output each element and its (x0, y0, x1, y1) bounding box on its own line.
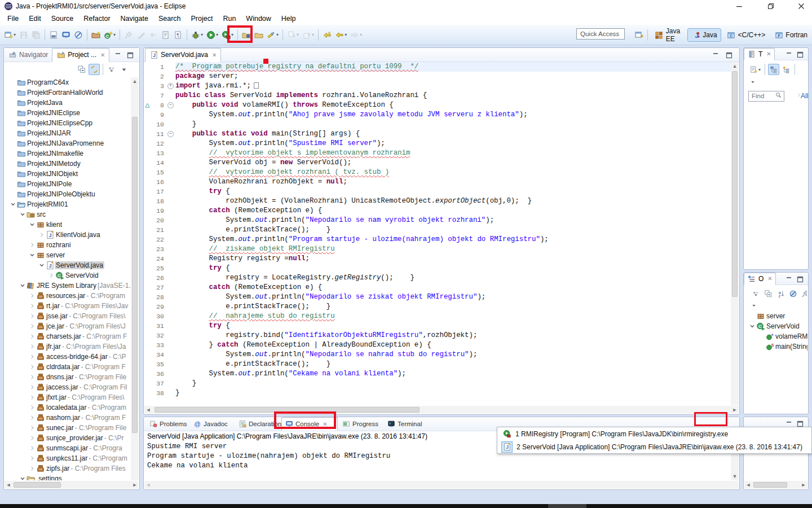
dots-button[interactable] (750, 287, 761, 300)
code-line[interactable]: 2package server; (144, 72, 731, 81)
chevron-right-icon[interactable] (28, 434, 36, 442)
chevron-right-icon[interactable] (28, 241, 36, 249)
code-line[interactable]: 20 System.out.println("Nepodarilo se nam… (144, 216, 731, 225)
menu-navigate[interactable]: Navigate (116, 13, 153, 24)
arrowstar-button[interactable] (321, 28, 333, 42)
chevron-down-icon[interactable] (19, 475, 27, 480)
tab-templates[interactable]: T✕ (744, 48, 775, 60)
tab-javadoc[interactable]: @Javadoc (190, 417, 234, 431)
code-line[interactable]: 13 // vytvorime objekt s implementovanym… (144, 148, 731, 158)
close-icon[interactable]: ✕ (767, 275, 772, 282)
code-line[interactable]: 33 } catch (RemoteException | AlreadyBou… (144, 340, 731, 350)
expand-icon[interactable]: + (167, 83, 174, 89)
find-input[interactable]: Find (748, 91, 784, 102)
code-line[interactable]: 35 e.printStackTrace(); } (144, 360, 731, 369)
chevron-down-icon[interactable] (748, 322, 756, 330)
chevron-right-icon[interactable] (47, 271, 55, 279)
fold-marker[interactable]: − (167, 100, 175, 110)
tree-item[interactable]: 010sunpkcs11.jar - C:\Program (5, 453, 131, 463)
tree-item[interactable]: 010rt.jar - C:\Program Files\Jav (5, 301, 131, 311)
code-line[interactable]: 7public class ServerVoid implements rozh… (144, 91, 731, 100)
chevron-right-icon[interactable] (28, 383, 36, 391)
perspective-java[interactable]: JJava (687, 28, 721, 42)
tree-item[interactable]: 010localedata.jar - C:\Program (5, 402, 131, 413)
tree-item[interactable]: JServerVoid.java (5, 260, 131, 270)
tree-item[interactable]: 010jce.jar - C:\Program Files\J (5, 321, 131, 331)
dropdown-arrow-icon[interactable]: ▾ (201, 32, 203, 37)
tree-item[interactable]: ProjektJNIPole (5, 179, 131, 189)
treeic2-button[interactable] (780, 63, 792, 76)
code-line[interactable]: 34 System.out.println("Nepodarilo se nah… (144, 350, 731, 360)
doc1-button[interactable] (160, 28, 171, 42)
tab-declaration[interactable]: Declaration (235, 417, 280, 431)
tree-item[interactable]: ProjektJNIMetody (5, 159, 131, 169)
chevron-right-icon[interactable] (28, 424, 36, 432)
tree-item[interactable]: server (5, 250, 131, 260)
tree-item[interactable]: JKlientVoid.java (5, 230, 131, 240)
tree-item[interactable]: 010nashorn.jar - C:\Program F (5, 413, 131, 423)
editor-minimize-button[interactable] (711, 51, 720, 60)
linkic-button[interactable] (89, 64, 100, 75)
tree-item[interactable]: .settings (5, 474, 131, 480)
editor-vertical-scrollbar[interactable]: ▲ (731, 62, 739, 405)
docT-button[interactable]: ¶ (173, 28, 184, 42)
close-icon[interactable]: ✕ (766, 51, 771, 57)
dropdown-arrow-icon[interactable]: ▾ (297, 32, 299, 37)
chevron-right-icon[interactable] (28, 353, 36, 361)
tree-item[interactable]: 010dnsns.jar - C:\Program File (5, 372, 131, 382)
tree-item[interactable]: ProgramC64x (5, 77, 131, 87)
code-line[interactable]: 26 registry = LocateRegistry.getRegistry… (144, 273, 731, 283)
code-line[interactable]: 21 e.printStackTrace(); } (144, 225, 731, 235)
chevron-right-icon[interactable] (28, 312, 36, 320)
tab-project-explorer[interactable]: Project ...✕ (52, 48, 109, 62)
collapseall-button[interactable] (762, 287, 774, 300)
code-line[interactable]: 37 } (144, 379, 731, 388)
dropdown-arrow-icon[interactable]: ▾ (312, 32, 314, 37)
tree-item[interactable]: 010jfxrt.jar - C:\Program Files\ (5, 392, 131, 402)
tree-item[interactable]: 010sunjce_provider.jar - C:\Pr (5, 433, 131, 443)
tree-item[interactable]: ProjektJNIJavaPromenne (5, 138, 131, 148)
nocircle-button[interactable] (787, 287, 798, 300)
view-menu-icon[interactable] (748, 77, 757, 87)
close-icon[interactable]: ✕ (212, 52, 217, 58)
tree-item[interactable]: ProjektJNIEclipse (5, 108, 131, 118)
dots-button[interactable] (106, 63, 117, 76)
tree-item[interactable]: ProjektJNIJAR (5, 128, 131, 138)
newwin-button[interactable]: ▾ (3, 28, 17, 42)
window-close-button[interactable] (793, 1, 810, 11)
window-minimize-button[interactable] (731, 1, 748, 11)
tree-item[interactable]: rozhrani (5, 240, 131, 250)
tree-item[interactable]: ProjektJNIObjekt (5, 169, 131, 179)
code-line[interactable]: 17 try { (144, 187, 731, 196)
dropdown-arrow-icon[interactable]: ▾ (113, 32, 116, 37)
tree-item[interactable]: src (5, 209, 131, 220)
chevron-right-icon[interactable] (28, 363, 36, 371)
open-perspective-button[interactable] (633, 28, 645, 42)
chevron-right-icon[interactable] (28, 373, 36, 381)
njproj-button[interactable] (90, 28, 102, 42)
dropdown-arrow-icon[interactable]: ▾ (276, 32, 279, 37)
code-line[interactable]: 24 Registry registry =null; (144, 254, 731, 264)
menu-edit[interactable]: Edit (24, 13, 46, 24)
console-menu-item[interactable]: 1 RMIRegistry [Program] C:\Program Files… (497, 427, 811, 440)
tree-item[interactable]: 010sunmscapi.jar - C:\Progra (5, 443, 131, 453)
quick-access-input[interactable]: Quick Access (576, 28, 625, 40)
window-restore-button[interactable] (762, 1, 779, 11)
tab-outline[interactable]: O✕ (744, 273, 776, 285)
code-line[interactable]: 30 // nahrajeme stub do registru (144, 312, 731, 321)
code-line[interactable]: 28 System.out.println("Nepodarilo se zis… (144, 292, 731, 302)
tree-item[interactable]: 010charsets.jar - C:\Program F (5, 331, 131, 341)
chevron-right-icon[interactable] (28, 414, 36, 422)
folded-region-icon[interactable] (254, 82, 259, 89)
console-output[interactable]: Spustime RMI serverProgram startuje - ul… (147, 442, 390, 471)
console-menu-item[interactable]: J2 ServerVoid [Java Application] C:\Prog… (497, 440, 811, 453)
chevron-right-icon[interactable] (38, 231, 46, 239)
run-button[interactable]: ▾ (205, 28, 219, 42)
skipbp-button[interactable] (73, 28, 84, 42)
newtpl-button[interactable]: ▾ (748, 63, 762, 76)
code-line[interactable]: 3+import java.rmi.*; (144, 81, 731, 91)
arrowl-button[interactable]: ▾ (334, 28, 348, 42)
tree-item[interactable]: 010jaccess.jar - C:\Program Fil (5, 382, 131, 392)
treeic-button[interactable] (768, 64, 779, 75)
code-line[interactable]: 18 rozhObjekt = (VolaneRozhrani) Unicast… (144, 196, 731, 206)
